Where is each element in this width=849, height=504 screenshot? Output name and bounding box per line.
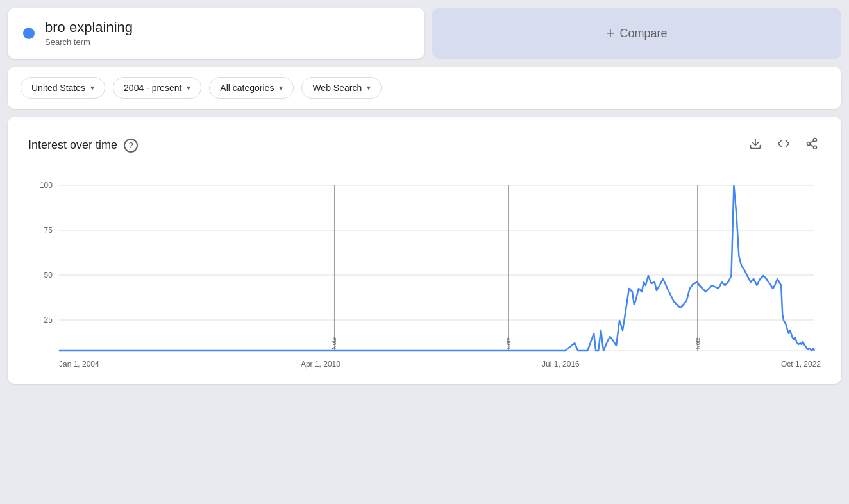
chart-svg-container: 100 75 50 25 Note Note Note [28,176,821,356]
chevron-down-icon: ▾ [187,83,190,92]
chevron-down-icon: ▾ [367,83,371,92]
compare-plus: + [607,25,615,42]
svg-line-4 [810,145,814,147]
search-term-card: bro explaining Search term [8,8,424,59]
compare-label: Compare [619,27,667,40]
filter-search-type[interactable]: Web Search ▾ [301,77,382,99]
svg-text:Note: Note [694,337,701,349]
share-button[interactable] [803,135,821,156]
chart-actions [746,135,821,156]
svg-text:Note: Note [331,337,337,349]
trend-line [59,185,814,351]
filter-region[interactable]: United States ▾ [21,77,105,99]
chart-area: 100 75 50 25 Note Note Note [28,176,821,369]
svg-text:25: 25 [44,315,53,324]
chevron-down-icon: ▾ [279,83,283,92]
x-label-2004: Jan 1, 2004 [59,360,99,369]
help-icon[interactable]: ? [124,139,138,153]
filters-row: United States ▾ 2004 - present ▾ All cat… [8,67,841,109]
filter-timerange[interactable]: 2004 - present ▾ [113,77,201,99]
embed-button[interactable] [775,135,793,156]
search-term-dot [23,28,35,39]
download-button[interactable] [746,135,764,156]
search-term-subtitle: Search term [45,37,90,47]
svg-text:100: 100 [40,181,53,190]
chart-card: Interest over time ? [8,117,841,384]
x-label-2022: Oct 1, 2022 [781,360,821,369]
chevron-down-icon: ▾ [90,83,94,92]
search-term-title: bro explaining [45,19,133,36]
svg-text:75: 75 [44,226,53,235]
x-label-2016: Jul 1, 2016 [542,360,580,369]
svg-line-5 [810,141,814,143]
interest-over-time-chart: 100 75 50 25 Note Note Note [28,176,821,356]
search-term-text: bro explaining Search term [45,19,133,47]
svg-text:Note: Note [505,337,512,349]
x-label-2010: Apr 1, 2010 [301,360,340,369]
chart-title: Interest over time [28,139,117,152]
svg-text:50: 50 [44,271,53,280]
compare-card[interactable]: + Compare [432,8,841,59]
chart-title-group: Interest over time ? [28,139,138,153]
x-labels: Jan 1, 2004 Apr 1, 2010 Jul 1, 2016 Oct … [28,360,821,369]
filter-category[interactable]: All categories ▾ [209,77,294,99]
chart-header: Interest over time ? [28,135,821,156]
